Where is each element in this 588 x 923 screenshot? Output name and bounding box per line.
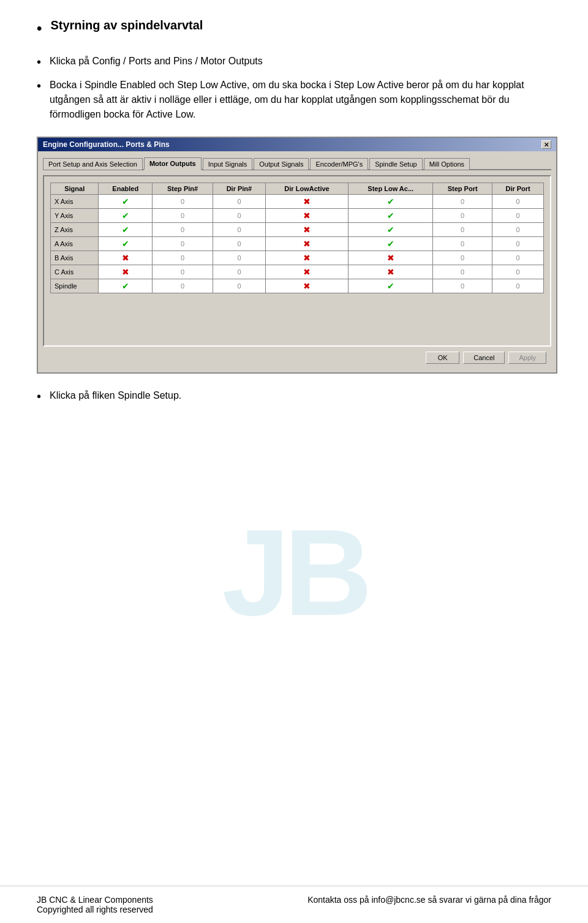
- check-dirlow-false: ✖: [303, 197, 311, 206]
- cell-enabled-0[interactable]: ✔: [99, 195, 153, 209]
- cell-dir-port-3[interactable]: 0: [492, 237, 544, 251]
- check-enabled-true: ✔: [122, 211, 129, 220]
- cell-dir-low-4[interactable]: ✖: [265, 251, 349, 265]
- cell-dir-low-2[interactable]: ✖: [265, 223, 349, 237]
- cell-enabled-4[interactable]: ✖: [99, 251, 153, 265]
- check-steplow-false: ✖: [387, 267, 394, 277]
- check-steplow-true: ✔: [387, 281, 394, 291]
- cell-dir-pin-4[interactable]: 0: [213, 251, 266, 265]
- dialog-close-button[interactable]: ✕: [541, 140, 551, 149]
- cell-step-pin-2[interactable]: 0: [153, 223, 213, 237]
- cell-signal-2: Z Axis: [51, 223, 99, 237]
- cancel-button[interactable]: Cancel: [463, 352, 505, 364]
- cell-dir-pin-3[interactable]: 0: [213, 237, 266, 251]
- cell-dir-low-0[interactable]: ✖: [265, 195, 349, 209]
- check-dirlow-false: ✖: [303, 267, 311, 277]
- check-enabled-true: ✔: [122, 197, 129, 206]
- cell-dir-port-5[interactable]: 0: [492, 265, 544, 279]
- tab-mill-options[interactable]: Mill Options: [424, 158, 470, 170]
- cell-enabled-5[interactable]: ✖: [99, 265, 153, 279]
- cell-step-port-1[interactable]: 0: [433, 209, 492, 223]
- col-dir-low: Dir LowActive: [265, 183, 349, 195]
- cell-enabled-3[interactable]: ✔: [99, 237, 153, 251]
- heading-text: Styrning av spindelvarvtal: [50, 18, 203, 32]
- cell-step-port-5[interactable]: 0: [433, 265, 492, 279]
- cell-step-pin-4[interactable]: 0: [153, 251, 213, 265]
- cell-dir-low-5[interactable]: ✖: [265, 265, 349, 279]
- cell-dir-port-6[interactable]: 0: [492, 279, 544, 293]
- motor-outputs-panel: Signal Enabled Step Pin# Dir Pin# Dir Lo…: [43, 175, 551, 347]
- cell-dir-low-6[interactable]: ✖: [265, 279, 349, 293]
- tab-encoder-mpg[interactable]: Encoder/MPG's: [310, 158, 368, 170]
- cell-enabled-2[interactable]: ✔: [99, 223, 153, 237]
- table-row: A Axis✔00✖✔00: [51, 237, 544, 251]
- dialog-titlebar: Engine Configuration... Ports & Pins ✕: [38, 138, 556, 151]
- cell-dir-pin-2[interactable]: 0: [213, 223, 266, 237]
- cell-step-low-3[interactable]: ✔: [349, 237, 433, 251]
- cell-step-low-5[interactable]: ✖: [349, 265, 433, 279]
- check-dirlow-false: ✖: [303, 225, 311, 235]
- check-enabled-true: ✔: [122, 225, 129, 235]
- cell-step-port-2[interactable]: 0: [433, 223, 492, 237]
- cell-signal-0: X Axis: [51, 195, 99, 209]
- cell-dir-pin-1[interactable]: 0: [213, 209, 266, 223]
- cell-dir-pin-0[interactable]: 0: [213, 195, 266, 209]
- tab-input-signals[interactable]: Input Signals: [203, 158, 253, 170]
- cell-step-port-6[interactable]: 0: [433, 279, 492, 293]
- dialog-buttons: OK Cancel Apply: [43, 347, 551, 367]
- main-heading: • Styrning av spindelvarvtal: [37, 18, 551, 37]
- cell-step-low-0[interactable]: ✔: [349, 195, 433, 209]
- cell-step-low-6[interactable]: ✔: [349, 279, 433, 293]
- bullet-text-3: Klicka på fliken Spindle Setup.: [50, 388, 181, 403]
- col-signal: Signal: [51, 183, 99, 195]
- cell-step-pin-1[interactable]: 0: [153, 209, 213, 223]
- footer: JB CNC & Linear Components Copyrighted a…: [0, 886, 588, 923]
- cell-step-low-2[interactable]: ✔: [349, 223, 433, 237]
- cell-step-port-0[interactable]: 0: [433, 195, 492, 209]
- cell-step-pin-5[interactable]: 0: [153, 265, 213, 279]
- apply-button[interactable]: Apply: [508, 352, 546, 364]
- cell-dir-port-4[interactable]: 0: [492, 251, 544, 265]
- cell-signal-4: B Axis: [51, 251, 99, 265]
- check-dirlow-false: ✖: [303, 211, 311, 220]
- footer-right: Kontakta oss på info@jbcnc.se så svarar …: [307, 895, 551, 905]
- cell-dir-port-2[interactable]: 0: [492, 223, 544, 237]
- bullet-text-1: Klicka på Config / Ports and Pins / Moto…: [50, 54, 263, 69]
- cell-step-pin-0[interactable]: 0: [153, 195, 213, 209]
- footer-company: JB CNC & Linear Components: [37, 895, 153, 905]
- cell-dir-low-1[interactable]: ✖: [265, 209, 349, 223]
- cell-dir-low-3[interactable]: ✖: [265, 237, 349, 251]
- cell-dir-port-0[interactable]: 0: [492, 195, 544, 209]
- cell-step-port-3[interactable]: 0: [433, 237, 492, 251]
- cell-signal-1: Y Axis: [51, 209, 99, 223]
- cell-dir-pin-6[interactable]: 0: [213, 279, 266, 293]
- bullet-item-2: • Bocka i Spindle Enabled och Step Low A…: [37, 78, 551, 122]
- check-steplow-true: ✔: [387, 225, 394, 235]
- table-row: Z Axis✔00✖✔00: [51, 223, 544, 237]
- dialog-title: Engine Configuration... Ports & Pins: [43, 140, 170, 149]
- bullet-dot-2: •: [37, 79, 41, 93]
- cell-step-low-1[interactable]: ✔: [349, 209, 433, 223]
- cell-signal-6: Spindle: [51, 279, 99, 293]
- table-row: C Axis✖00✖✖00: [51, 265, 544, 279]
- bullet-item-1: • Klicka på Config / Ports and Pins / Mo…: [37, 54, 551, 69]
- tab-output-signals[interactable]: Output Signals: [254, 158, 309, 170]
- cell-step-port-4[interactable]: 0: [433, 251, 492, 265]
- cell-dir-pin-5[interactable]: 0: [213, 265, 266, 279]
- check-enabled-false: ✖: [122, 267, 129, 277]
- cell-enabled-6[interactable]: ✔: [99, 279, 153, 293]
- tabs-row: Port Setup and Axis Selection Motor Outp…: [43, 156, 551, 170]
- cell-step-low-4[interactable]: ✖: [349, 251, 433, 265]
- cell-dir-port-1[interactable]: 0: [492, 209, 544, 223]
- check-steplow-true: ✔: [387, 211, 394, 220]
- dialog-body: Port Setup and Axis Selection Motor Outp…: [38, 151, 556, 372]
- cell-enabled-1[interactable]: ✔: [99, 209, 153, 223]
- tab-port-setup[interactable]: Port Setup and Axis Selection: [43, 158, 143, 170]
- col-dir-port: Dir Port: [492, 183, 544, 195]
- cell-step-pin-3[interactable]: 0: [153, 237, 213, 251]
- tab-spindle-setup[interactable]: Spindle Setup: [369, 158, 423, 170]
- cell-step-pin-6[interactable]: 0: [153, 279, 213, 293]
- footer-copyright: Copyrighted all rights reserved: [37, 905, 153, 914]
- tab-motor-outputs[interactable]: Motor Outputs: [144, 157, 202, 170]
- ok-button[interactable]: OK: [426, 352, 459, 364]
